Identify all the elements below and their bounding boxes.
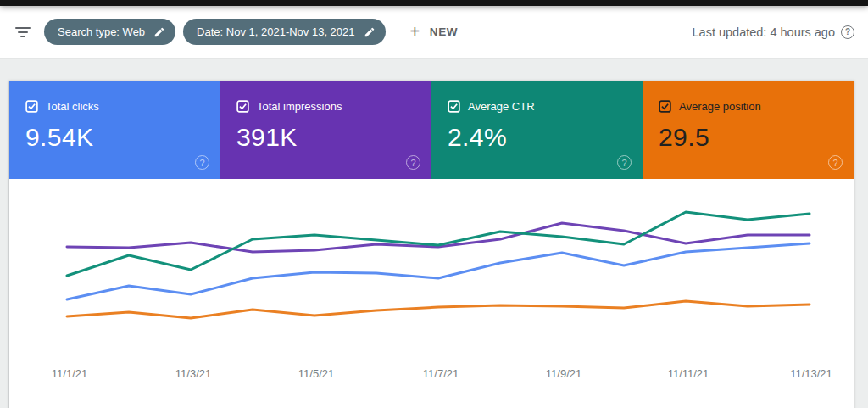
metric-tile-average-ctr[interactable]: Average CTR 2.4% ?	[431, 81, 643, 179]
chart-line-total-impressions	[67, 223, 810, 252]
x-tick-label: 11/13/21	[790, 367, 832, 380]
x-tick-label: 11/5/21	[298, 367, 334, 380]
metric-label: Total impressions	[257, 100, 342, 113]
chart-line-average-position	[67, 301, 810, 318]
metric-tile-average-position[interactable]: Average position 29.5 ?	[643, 81, 854, 179]
help-icon[interactable]: ?	[617, 155, 632, 170]
toolbar: Search type: Web Date: Nov 1, 2021-Nov 1…	[0, 6, 868, 59]
edit-pencil-icon[interactable]	[153, 26, 165, 38]
last-updated-text: Last updated: 4 hours ago	[693, 25, 836, 39]
search-type-chip[interactable]: Search type: Web	[44, 19, 175, 45]
checkbox-checked-icon[interactable]	[236, 100, 249, 113]
metric-tiles-row: Total clicks 9.54K ? Total impressions 3…	[9, 81, 854, 179]
performance-card: Total clicks 9.54K ? Total impressions 3…	[9, 81, 854, 408]
x-tick-label: 11/3/21	[175, 367, 211, 380]
edit-pencil-icon[interactable]	[364, 26, 376, 38]
metric-label: Total clicks	[46, 100, 99, 113]
filter-list-icon[interactable]	[15, 26, 31, 38]
new-filter-button-label: NEW	[430, 25, 458, 38]
metric-value: 29.5	[659, 123, 854, 152]
metric-value: 391K	[236, 123, 431, 152]
plus-icon: +	[410, 23, 420, 40]
x-tick-label: 11/1/21	[52, 367, 87, 380]
metric-value: 2.4%	[448, 123, 643, 152]
date-range-chip-label: Date: Nov 1, 2021-Nov 13, 2021	[197, 25, 354, 38]
x-tick-label: 11/7/21	[423, 367, 459, 380]
date-range-chip[interactable]: Date: Nov 1, 2021-Nov 13, 2021	[183, 19, 385, 45]
metric-tile-total-clicks[interactable]: Total clicks 9.54K ?	[9, 81, 220, 179]
checkbox-checked-icon[interactable]	[448, 100, 460, 113]
help-icon[interactable]: ?	[841, 25, 854, 39]
search-type-chip-label: Search type: Web	[58, 25, 145, 38]
metric-tile-total-impressions[interactable]: Total impressions 391K ?	[220, 81, 431, 179]
metric-label: Average position	[679, 100, 761, 113]
help-icon[interactable]: ?	[406, 155, 420, 170]
window-top-strip	[0, 0, 868, 6]
metric-label: Average CTR	[468, 100, 535, 113]
performance-chart: 11/1/2111/3/2111/5/2111/7/2111/9/2111/11…	[9, 179, 854, 408]
chart-line-total-clicks	[67, 243, 810, 299]
help-icon[interactable]: ?	[828, 155, 843, 170]
x-tick-label: 11/11/21	[668, 367, 709, 380]
checkbox-checked-icon[interactable]	[659, 100, 671, 113]
new-filter-button[interactable]: + NEW	[403, 19, 465, 46]
x-tick-label: 11/9/21	[546, 367, 581, 380]
checkbox-checked-icon[interactable]	[25, 100, 38, 113]
help-icon[interactable]: ?	[195, 155, 209, 170]
performance-panel: Total clicks 9.54K ? Total impressions 3…	[0, 59, 868, 408]
last-updated: Last updated: 4 hours ago ?	[693, 25, 855, 39]
metric-value: 9.54K	[25, 123, 220, 152]
